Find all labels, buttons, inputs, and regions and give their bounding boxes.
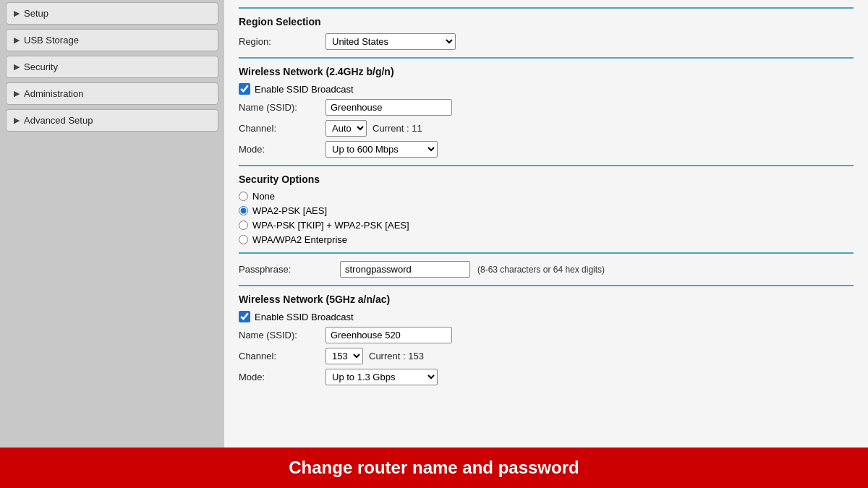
arrow-icon: ▶	[14, 9, 20, 18]
sidebar-label-administration: Administration	[24, 88, 83, 99]
passphrase-input[interactable]	[340, 261, 470, 278]
radio-enterprise-label: WPA/WPA2 Enterprise	[252, 234, 347, 245]
sidebar-item-advanced-setup[interactable]: ▶ Advanced Setup	[6, 109, 218, 132]
enable-ssid-24-label: Enable SSID Broadcast	[255, 84, 354, 95]
ssid-name-24-row: Name (SSID):	[239, 99, 854, 116]
main-content: ▶ Setup ▶ USB Storage ▶ Security ▶ Admin…	[0, 0, 868, 448]
sidebar-label-usb-storage: USB Storage	[24, 35, 79, 46]
arrow-icon: ▶	[14, 116, 20, 125]
channel-24-label: Channel:	[239, 123, 326, 134]
sidebar-item-usb-storage[interactable]: ▶ USB Storage	[6, 29, 218, 51]
channel-24-select[interactable]: Auto	[326, 120, 367, 137]
region-section-title: Region Selection	[239, 16, 854, 27]
ssid-name-5ghz-row: Name (SSID):	[239, 327, 854, 343]
radio-enterprise-row: WPA/WPA2 Enterprise	[239, 234, 854, 245]
passphrase-row: Passphrase: (8-63 characters or 64 hex d…	[239, 261, 854, 278]
radio-wpa2-psk[interactable]	[239, 206, 248, 215]
channel-5ghz-select[interactable]: 153	[326, 348, 363, 364]
bottom-banner: Change router name and password	[0, 448, 868, 488]
divider-2	[239, 165, 854, 166]
radio-none-label: None	[252, 191, 275, 202]
radio-wpa2-psk-row: WPA2-PSK [AES]	[239, 205, 854, 216]
sidebar-item-administration[interactable]: ▶ Administration	[6, 82, 218, 105]
radio-wpa-wpa2-label: WPA-PSK [TKIP] + WPA2-PSK [AES]	[252, 220, 409, 231]
sidebar-item-security[interactable]: ▶ Security	[6, 56, 218, 78]
divider-4	[239, 285, 854, 286]
mode-24-row: Mode: Up to 600 Mbps	[239, 141, 854, 158]
radio-wpa-wpa2-row: WPA-PSK [TKIP] + WPA2-PSK [AES]	[239, 220, 854, 231]
radio-wpa2-psk-label: WPA2-PSK [AES]	[252, 205, 327, 216]
channel-5ghz-row: Channel: 153 Current : 153	[239, 348, 854, 364]
ssid-name-5ghz-input[interactable]	[326, 327, 452, 343]
region-row: Region: United States	[239, 33, 854, 50]
security-options-title: Security Options	[239, 174, 854, 185]
enable-ssid-5ghz-row: Enable SSID Broadcast	[239, 311, 854, 322]
ssid-name-24-input[interactable]	[326, 99, 452, 116]
wireless-5ghz-title: Wireless Network (5GHz a/n/ac)	[239, 294, 854, 305]
arrow-icon: ▶	[14, 89, 20, 98]
mode-5ghz-select[interactable]: Up to 1.3 Gbps	[326, 369, 438, 385]
divider-1	[239, 57, 854, 59]
channel-24-row: Channel: Auto Current : 11	[239, 120, 854, 137]
region-select[interactable]: United States	[326, 33, 456, 50]
arrow-icon: ▶	[14, 62, 20, 72]
main-panel: Region Selection Region: United States W…	[224, 0, 868, 448]
wireless-24-title: Wireless Network (2.4GHz b/g/n)	[239, 66, 854, 77]
enable-ssid-24-checkbox[interactable]	[239, 83, 250, 95]
mode-24-label: Mode:	[239, 144, 326, 155]
divider-3	[239, 252, 854, 254]
ssid-name-24-label: Name (SSID):	[239, 102, 326, 113]
enable-ssid-24-row: Enable SSID Broadcast	[239, 83, 854, 95]
passphrase-label: Passphrase:	[239, 264, 340, 275]
arrow-icon: ▶	[14, 35, 20, 45]
ssid-name-5ghz-label: Name (SSID):	[239, 330, 326, 341]
channel-24-current: Current : 11	[373, 123, 422, 134]
enable-ssid-5ghz-checkbox[interactable]	[239, 311, 250, 322]
mode-5ghz-row: Mode: Up to 1.3 Gbps	[239, 369, 854, 385]
channel-5ghz-current: Current : 153	[369, 351, 424, 361]
sidebar-item-setup[interactable]: ▶ Setup	[6, 2, 218, 25]
sidebar-label-advanced-setup: Advanced Setup	[24, 115, 93, 126]
channel-5ghz-label: Channel:	[239, 351, 326, 361]
divider-top	[239, 7, 854, 9]
radio-none[interactable]	[239, 192, 248, 201]
banner-text: Change router name and password	[289, 458, 579, 477]
mode-24-select[interactable]: Up to 600 Mbps	[326, 141, 438, 158]
radio-wpa-wpa2[interactable]	[239, 221, 248, 230]
mode-5ghz-label: Mode:	[239, 372, 326, 382]
sidebar: ▶ Setup ▶ USB Storage ▶ Security ▶ Admin…	[0, 0, 224, 448]
enable-ssid-5ghz-label: Enable SSID Broadcast	[255, 312, 354, 322]
sidebar-label-security: Security	[24, 61, 58, 72]
radio-none-row: None	[239, 191, 854, 202]
sidebar-label-setup: Setup	[24, 8, 48, 19]
region-label: Region:	[239, 36, 326, 47]
radio-enterprise[interactable]	[239, 235, 248, 244]
passphrase-hint: (8-63 characters or 64 hex digits)	[477, 265, 605, 275]
